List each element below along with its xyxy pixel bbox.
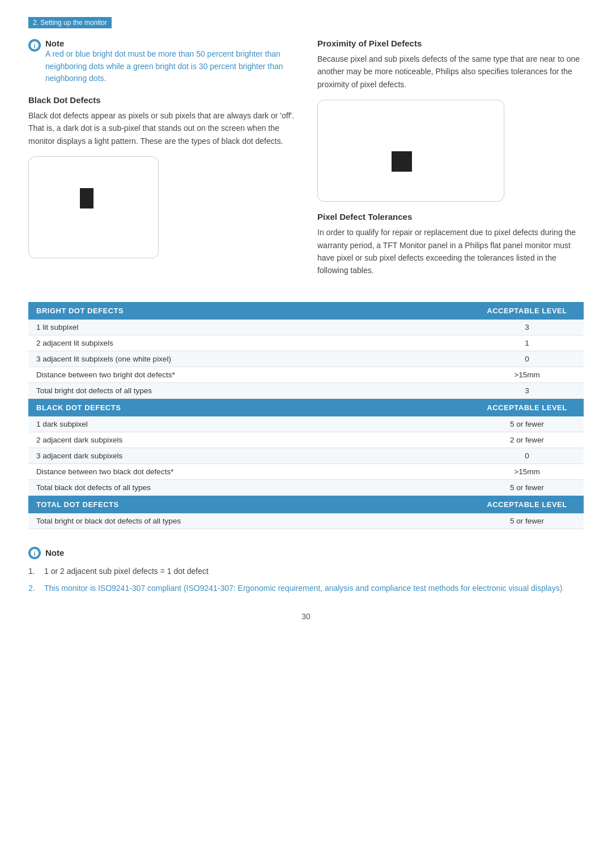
- note-list-item: 2.This monitor is ISO9241-307 compliant …: [28, 582, 584, 594]
- svg-text:i: i: [33, 550, 35, 556]
- table-cell-label: Distance between two black dot defects*: [28, 463, 470, 479]
- bottom-note: i Note 1.1 or 2 adjacent sub pixel defec…: [28, 546, 584, 595]
- table-cell-label: 3 adjacent dark subpixels: [28, 448, 470, 463]
- tolerance-text: In order to qualify for repair or replac…: [317, 226, 584, 277]
- table-row: 3 adjacent dark subpixels0: [28, 448, 584, 463]
- defect-table: BRIGHT DOT DEFECTSACCEPTABLE LEVEL1 lit …: [28, 302, 584, 529]
- proximity-text: Because pixel and sub pixels defects of …: [317, 53, 584, 91]
- table-row: Distance between two bright dot defects*…: [28, 367, 584, 382]
- table-row: 1 dark subpixel5 or fewer: [28, 416, 584, 432]
- table-cell-label: Total black dot defects of all types: [28, 479, 470, 495]
- table-header-col2: ACCEPTABLE LEVEL: [470, 495, 584, 513]
- proximity-title: Proximity of Pixel Defects: [317, 39, 584, 48]
- table-cell-value: 0: [470, 448, 584, 463]
- table-header-col2: ACCEPTABLE LEVEL: [470, 398, 584, 416]
- black-dot-right: [392, 151, 412, 172]
- monitor-diagram-left: [28, 156, 159, 258]
- note-block-top: i Note A red or blue bright dot must be …: [28, 39, 295, 85]
- note-icon-bottom: i: [28, 547, 41, 559]
- table-cell-label: 2 adjacent dark subpixels: [28, 432, 470, 448]
- table-row: 3 adjacent lit subpixels (one white pixe…: [28, 351, 584, 367]
- note-text-top: A red or blue bright dot must be more th…: [45, 48, 295, 85]
- table-cell-value: 2 or fewer: [470, 432, 584, 448]
- table-header-col1: BLACK DOT DEFECTS: [28, 398, 470, 416]
- table-header-col1: BRIGHT DOT DEFECTS: [28, 302, 470, 320]
- page-number: 30: [28, 612, 584, 621]
- table-cell-label: 3 adjacent lit subpixels (one white pixe…: [28, 351, 470, 367]
- table-row: Total bright dot defects of all types3: [28, 382, 584, 398]
- table-cell-value: 5 or fewer: [470, 416, 584, 432]
- table-cell-value: 5 or fewer: [470, 479, 584, 495]
- monitor-diagram-right: [317, 100, 504, 202]
- table-cell-label: 1 dark subpixel: [28, 416, 470, 432]
- table-row: Distance between two black dot defects*>…: [28, 463, 584, 479]
- bottom-note-label: Note: [45, 548, 64, 558]
- table-cell-label: Distance between two bright dot defects*: [28, 367, 470, 382]
- table-row: Total bright or black dot defects of all…: [28, 513, 584, 529]
- bottom-note-header: i Note: [28, 546, 584, 559]
- note-list-num: 2.: [28, 582, 35, 594]
- two-column-layout: i Note A red or blue bright dot must be …: [28, 39, 584, 285]
- note-label-top: Note: [45, 39, 295, 48]
- table-cell-value: >15mm: [470, 367, 584, 382]
- note-icon-top: i: [28, 39, 41, 52]
- table-cell-value: 0: [470, 351, 584, 367]
- table-row: 2 adjacent dark subpixels2 or fewer: [28, 432, 584, 448]
- table-row: 1 lit subpixel3: [28, 320, 584, 335]
- table-cell-value: 1: [470, 335, 584, 351]
- table-cell-value: 3: [470, 320, 584, 335]
- table-cell-value: >15mm: [470, 463, 584, 479]
- black-dot-title: Black Dot Defects: [28, 95, 295, 105]
- table-header-col1: TOTAL DOT DEFECTS: [28, 495, 470, 513]
- table-cell-value: 3: [470, 382, 584, 398]
- black-dot-left: [80, 188, 94, 209]
- svg-text:i: i: [33, 42, 35, 49]
- left-column: i Note A red or blue bright dot must be …: [28, 39, 295, 285]
- table-row: Total black dot defects of all types5 or…: [28, 479, 584, 495]
- bottom-note-list: 1.1 or 2 adjacent sub pixel defects = 1 …: [28, 565, 584, 595]
- table-header-col2: ACCEPTABLE LEVEL: [470, 302, 584, 320]
- table-header-row: BRIGHT DOT DEFECTSACCEPTABLE LEVEL: [28, 302, 584, 320]
- table-cell-label: Total bright or black dot defects of all…: [28, 513, 470, 529]
- tolerance-title: Pixel Defect Tolerances: [317, 212, 584, 222]
- table-cell-label: Total bright dot defects of all types: [28, 382, 470, 398]
- table-header-row: TOTAL DOT DEFECTSACCEPTABLE LEVEL: [28, 495, 584, 513]
- note-list-item: 1.1 or 2 adjacent sub pixel defects = 1 …: [28, 565, 584, 577]
- section-header: 2. Setting up the monitor: [28, 17, 112, 28]
- table-cell-label: 1 lit subpixel: [28, 320, 470, 335]
- table-cell-label: 2 adjacent lit subpixels: [28, 335, 470, 351]
- table-header-row: BLACK DOT DEFECTSACCEPTABLE LEVEL: [28, 398, 584, 416]
- table-row: 2 adjacent lit subpixels1: [28, 335, 584, 351]
- right-column: Proximity of Pixel Defects Because pixel…: [317, 39, 584, 285]
- table-cell-value: 5 or fewer: [470, 513, 584, 529]
- black-dot-text: Black dot defects appear as pixels or su…: [28, 109, 295, 147]
- note-list-num: 1.: [28, 565, 35, 577]
